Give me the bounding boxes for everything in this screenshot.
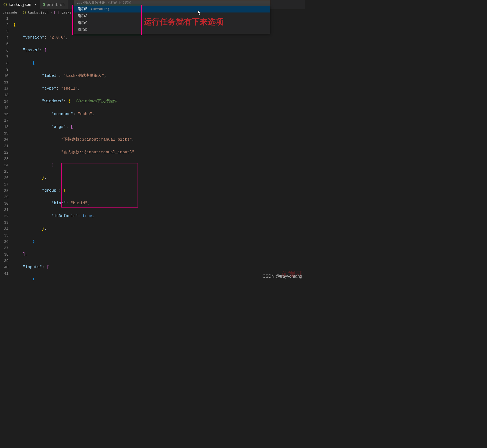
- tab-label: print.sh: [47, 3, 65, 7]
- code-editor[interactable]: 12345678910 11121314151617181920 2122232…: [0, 15, 305, 280]
- array-icon: [ ]: [54, 11, 60, 14]
- close-icon[interactable]: ×: [35, 3, 37, 7]
- chevron-right-icon: ›: [19, 11, 21, 15]
- breadcrumb-seg[interactable]: tasks: [61, 11, 71, 15]
- item-label: 选项A: [78, 14, 87, 18]
- code-area[interactable]: { "version": "2.0.0", "tasks": [ { "labe…: [13, 15, 305, 280]
- quick-pick-input[interactable]: task输入参数预设,执行的下拉选择: [74, 0, 270, 5]
- item-label: 选项B: [78, 7, 87, 11]
- breadcrumb-seg[interactable]: tasks.json: [28, 11, 49, 15]
- watermark: CSDN @trayvontang: [262, 274, 302, 279]
- default-tag: (Default): [91, 7, 109, 11]
- placeholder-text: task输入参数预设,执行的下拉选择: [76, 0, 131, 5]
- json-icon: {}: [22, 11, 26, 14]
- item-label: 选项D: [78, 28, 87, 32]
- shell-icon: $: [43, 3, 45, 7]
- item-label: 选项C: [78, 21, 87, 25]
- quick-pick-item-b[interactable]: 选项B (Default): [74, 6, 270, 12]
- chevron-right-icon: ›: [50, 11, 52, 15]
- breadcrumb-seg[interactable]: .vscode: [3, 11, 17, 15]
- json-icon: {}: [3, 3, 7, 7]
- tab-label: tasks.json: [9, 3, 31, 7]
- cursor-icon: [197, 10, 202, 16]
- tab-tasks-json[interactable]: {} tasks.json ×: [0, 0, 40, 9]
- tab-print-sh[interactable]: $ print.sh: [40, 0, 68, 9]
- annotation-text: 运行任务就有下来选项: [144, 16, 224, 27]
- line-gutter: 12345678910 11121314151617181920 2122232…: [0, 15, 13, 280]
